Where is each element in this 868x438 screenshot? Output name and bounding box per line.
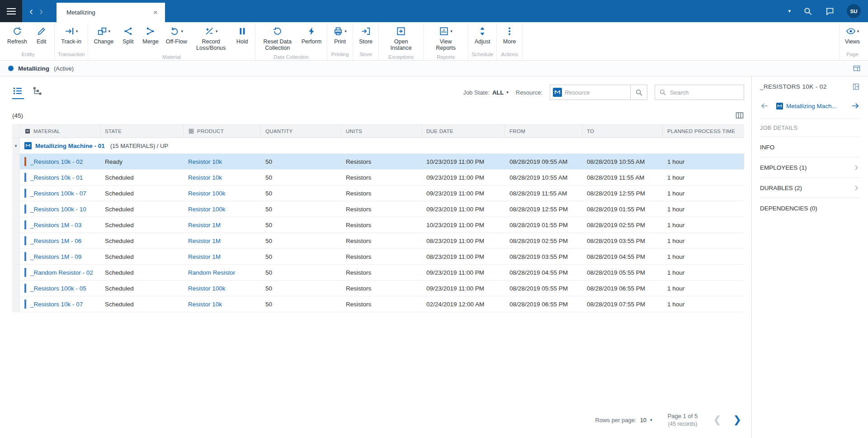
hamburger-menu-button[interactable] <box>0 0 22 22</box>
sidebar-item-info[interactable]: INFO <box>760 137 860 157</box>
more-button[interactable]: More <box>499 25 520 46</box>
table-row[interactable]: _Resistors 100k - 07ScheduledResistor 10… <box>12 186 744 201</box>
open-instance-button[interactable]: Open Instance <box>381 25 421 52</box>
split-button[interactable]: Split <box>118 25 138 46</box>
previous-job-button[interactable] <box>760 101 769 110</box>
button-label: Adjust <box>475 38 491 45</box>
quantity-cell: 50 <box>261 249 341 264</box>
material-link[interactable]: _Random Resistor - 02 <box>30 269 93 276</box>
column-header-from[interactable]: FROM <box>505 125 582 138</box>
record-loss-bonus-button[interactable]: ▾Record Loss/Bonus <box>191 25 231 52</box>
planned-time-cell: 1 hour <box>663 233 744 248</box>
column-header-to[interactable]: TO <box>582 125 663 138</box>
sidebar-item-durables-2[interactable]: DURABLES (2) <box>760 178 860 198</box>
chevron-down-icon: ▾ <box>857 29 859 33</box>
product-link[interactable]: Resistor 100k <box>188 190 226 197</box>
table-row[interactable]: _Resistors 1M - 09ScheduledResistor 1M50… <box>12 249 744 265</box>
resource-search-button[interactable] <box>630 85 647 100</box>
close-icon[interactable]: × <box>151 8 160 17</box>
table-row[interactable]: _Resistors 100k - 05ScheduledResistor 10… <box>12 281 744 296</box>
material-link[interactable]: _Resistors 1M - 03 <box>30 222 81 229</box>
column-header-quantity[interactable]: QUANTITY <box>261 125 341 138</box>
material-link[interactable]: _Resistors 10k - 01 <box>30 174 83 181</box>
table-row[interactable]: _Resistors 1M - 06ScheduledResistor 1M50… <box>12 233 744 249</box>
change-button[interactable]: ▾Change <box>90 25 117 46</box>
chevron-down-icon: ▾ <box>450 29 453 33</box>
column-header-units[interactable]: UNITS <box>341 125 422 138</box>
table-row[interactable]: _Resistors 10k - 01ScheduledResistor 10k… <box>12 170 744 186</box>
column-chooser-icon[interactable] <box>735 111 744 120</box>
product-link[interactable]: Resistor 10k <box>188 174 222 181</box>
dock-panel-icon[interactable] <box>853 64 861 72</box>
collapse-chevron-icon[interactable]: ▾ <box>14 143 17 149</box>
table-row[interactable]: _Random Resistor - 02ScheduledRandom Res… <box>12 265 744 281</box>
product-link[interactable]: Resistor 1M <box>188 238 221 244</box>
table-row[interactable]: _Resistors 100k - 10ScheduledResistor 10… <box>12 201 744 217</box>
adjust-button[interactable]: Adjust <box>472 25 494 46</box>
rows-per-page-select[interactable]: Rows per page: 10 ▾ <box>595 417 652 424</box>
view-reports-button[interactable]: ▾View Reports <box>426 25 466 52</box>
list-view-toggle[interactable] <box>12 86 24 99</box>
units-cell: Resistors <box>341 217 422 233</box>
product-link[interactable]: Resistor 1M <box>188 253 221 260</box>
group-name[interactable]: Metallizing Machine - 01 <box>35 143 105 149</box>
group-row[interactable]: ▾Metallizing Machine - 01(15 MATERIALS) … <box>12 138 744 154</box>
table-header-row: MATERIALSTATEPRODUCTQUANTITYUNITSDUE DAT… <box>12 124 744 138</box>
table-row[interactable]: _Resistors 10k - 07ScheduledResistor 10k… <box>12 296 744 312</box>
quantity-cell: 50 <box>261 281 341 296</box>
next-job-button[interactable] <box>851 101 860 110</box>
previous-page-button[interactable]: ❮ <box>713 414 721 426</box>
material-link[interactable]: _Resistors 1M - 06 <box>30 238 81 244</box>
product-link[interactable]: Random Resistor <box>188 269 235 276</box>
material-link[interactable]: _Resistors 100k - 05 <box>30 285 86 292</box>
product-link[interactable]: Resistor 100k <box>188 206 226 213</box>
sidebar-item-employees-1[interactable]: EMPLOYEES (1) <box>760 157 860 178</box>
product-link[interactable]: Resistor 100k <box>188 285 226 292</box>
hold-button[interactable]: Hold <box>232 25 253 46</box>
material-link[interactable]: _Resistors 10k - 02 <box>30 158 83 165</box>
refresh-button[interactable]: Refresh <box>4 25 30 46</box>
material-link[interactable]: _Resistors 100k - 07 <box>30 190 86 197</box>
sidebar-item-dependencies-0[interactable]: DEPENDENCIES (0) <box>760 198 860 219</box>
tree-view-toggle[interactable] <box>32 86 44 99</box>
chevron-down-icon[interactable]: ▾ <box>788 8 791 14</box>
product-link[interactable]: Resistor 1M <box>188 222 221 229</box>
forward-button[interactable]: › <box>39 6 43 16</box>
units-cell: Resistors <box>341 154 422 169</box>
avatar[interactable]: SU <box>847 4 861 18</box>
print-button[interactable]: ▾Print <box>330 25 350 46</box>
merge-button[interactable]: Merge <box>139 25 161 46</box>
open-details-panel-icon[interactable] <box>852 83 860 90</box>
column-header-product[interactable]: PRODUCT <box>184 125 261 138</box>
table-row[interactable]: _Resistors 1M - 03ScheduledResistor 1M50… <box>12 217 744 233</box>
next-page-button[interactable]: ❯ <box>733 414 741 426</box>
search-input[interactable] <box>670 89 740 96</box>
column-header-planned-process-time[interactable]: PLANNED PROCESS TIME <box>663 125 744 138</box>
product-link[interactable]: Resistor 10k <box>188 158 222 165</box>
material-link[interactable]: _Resistors 100k - 10 <box>30 206 86 213</box>
material-link[interactable]: _Resistors 1M - 09 <box>30 253 81 260</box>
table-row[interactable]: _Resistors 10k - 02ReadyResistor 10k50Re… <box>12 154 744 170</box>
reset-data-collection-button[interactable]: Reset Data Collection <box>258 25 297 52</box>
search-icon[interactable] <box>803 7 812 16</box>
resource-input[interactable] <box>565 89 630 96</box>
off-flow-button[interactable]: ▾Off-Flow <box>163 25 190 46</box>
material-link[interactable]: _Resistors 10k - 07 <box>30 301 83 308</box>
back-button[interactable]: ‹ <box>29 6 33 16</box>
tab-metallizing[interactable]: Metallizing × <box>57 3 165 22</box>
column-header-due-date[interactable]: DUE DATE <box>422 125 505 138</box>
track-in-button[interactable]: ▾Track-in <box>58 25 85 46</box>
column-header-material[interactable]: MATERIAL <box>20 125 100 138</box>
button-label: Edit <box>37 38 47 45</box>
column-header-state[interactable]: STATE <box>100 125 184 138</box>
perform-button[interactable]: Perform <box>298 25 325 46</box>
edit-button[interactable]: Edit <box>31 25 52 46</box>
job-state-filter[interactable]: Job State: ALL ▾ <box>463 89 508 96</box>
state-cell: Ready <box>100 154 184 169</box>
product-link[interactable]: Resistor 10k <box>188 301 222 308</box>
resource-link[interactable]: Metallizing Mach... <box>776 103 837 110</box>
store-button[interactable]: Store <box>355 25 376 46</box>
chat-icon[interactable] <box>825 7 834 16</box>
toolbar-group-label: Schedule <box>471 50 494 59</box>
views-button[interactable]: ▾Views <box>842 25 863 46</box>
